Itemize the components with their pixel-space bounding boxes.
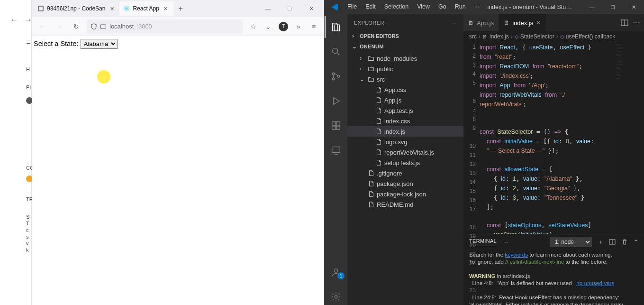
close-icon[interactable]: ✕ xyxy=(108,5,116,12)
file-item[interactable]: App.test.js xyxy=(347,105,463,116)
file-item[interactable]: logo.svg xyxy=(347,137,463,147)
svg-rect-11 xyxy=(332,126,336,129)
accounts-badge: 1 xyxy=(337,272,345,279)
terminal-link[interactable]: no-unused-vars xyxy=(576,280,614,286)
chevron-right-icon: › xyxy=(511,33,513,40)
run-debug-icon[interactable] xyxy=(325,93,347,109)
more-icon[interactable]: ··· xyxy=(503,239,508,245)
file-item[interactable]: setupTests.js xyxy=(347,157,463,168)
line-gutter: 12345 6789 1011121314151617 1819202122 2… xyxy=(463,42,480,234)
file-icon xyxy=(375,128,382,135)
file-item[interactable]: App.js xyxy=(347,95,463,105)
file-icon: 🗎 xyxy=(482,34,488,39)
browser-toolbar: ← → ↻ localhost:3000 ☆ ⌄ T » ≡ xyxy=(32,17,324,36)
folder-item[interactable]: ›public xyxy=(347,64,463,74)
editor-tab-indexjs[interactable]: 🗎 index.js ✕ xyxy=(499,14,546,31)
breadcrumb-item[interactable]: StateSelector xyxy=(520,33,554,40)
explorer-icon[interactable] xyxy=(325,19,347,35)
source-control-icon[interactable] xyxy=(325,68,347,84)
split-terminal-icon[interactable] xyxy=(609,239,616,245)
explorer-sidebar: EXPLORER ··· › OPEN EDITORS ⌄ ONENUM ›no… xyxy=(347,14,463,305)
breadcrumb-item[interactable]: index.js xyxy=(490,33,509,40)
minimap[interactable]: import Reactfrom reactimport ReactDOMimp… xyxy=(616,42,644,234)
file-item[interactable]: index.js xyxy=(347,126,463,137)
tree-item-label: App.test.js xyxy=(384,107,413,114)
close-icon[interactable]: ✕ xyxy=(536,19,541,26)
terminal-panel: TERMINAL ··· 1: node ＋ ⌃ Search for the … xyxy=(463,234,644,305)
nav-forward-button[interactable]: → xyxy=(53,20,66,33)
more-icon[interactable]: ··· xyxy=(633,18,639,27)
account-button[interactable]: T xyxy=(277,20,290,33)
settings-gear-icon[interactable] xyxy=(325,289,347,305)
accounts-icon[interactable]: 1 xyxy=(325,264,347,280)
split-editor-icon[interactable] xyxy=(621,19,628,27)
file-icon xyxy=(367,169,375,177)
breadcrumbs[interactable]: src › 🗎 index.js › ◇ StateSelector › ◇ u… xyxy=(463,31,644,42)
svg-rect-14 xyxy=(332,147,340,153)
menu-selection[interactable]: Selection xyxy=(381,1,412,13)
editor-tab-appjs[interactable]: 🗎 App.js xyxy=(463,14,499,31)
site-info-icon[interactable] xyxy=(100,23,107,30)
chevron-right-icon: › xyxy=(360,55,365,62)
search-icon[interactable] xyxy=(325,44,347,60)
tree-item-label: setupTests.js xyxy=(384,159,420,166)
terminal-link[interactable]: keywords xyxy=(505,252,528,258)
address-bar[interactable]: localhost:3000 xyxy=(87,19,243,34)
remote-icon[interactable] xyxy=(325,142,347,158)
close-icon[interactable]: ✕ xyxy=(162,5,170,12)
activity-bar: 1 xyxy=(325,14,347,305)
menu-button[interactable]: ≡ xyxy=(307,20,320,33)
file-item[interactable]: package-lock.json xyxy=(347,189,463,199)
minimize-button[interactable]: — xyxy=(257,0,279,17)
menu-go[interactable]: Go xyxy=(435,1,450,13)
pocket-button[interactable]: ⌄ xyxy=(262,20,275,33)
nav-back-button[interactable]: ← xyxy=(36,20,49,33)
new-tab-button[interactable]: ＋ xyxy=(173,1,188,16)
extensions-icon[interactable] xyxy=(325,118,347,134)
file-item[interactable]: App.css xyxy=(347,84,463,95)
menu-view[interactable]: View xyxy=(413,1,434,13)
state-select[interactable]: Alabama xyxy=(81,39,118,49)
file-icon xyxy=(375,117,382,125)
folder-item[interactable]: ›node_modules xyxy=(347,53,463,64)
tab-label: index.js xyxy=(512,19,533,27)
menu-edit[interactable]: Edit xyxy=(362,1,380,13)
chevron-down-icon: ⌄ xyxy=(352,43,358,50)
reload-button[interactable]: ↻ xyxy=(70,20,83,33)
terminal-output[interactable]: Search for the keywords to learn more ab… xyxy=(463,250,644,305)
avatar-icon: T xyxy=(279,22,288,31)
browser-tab-react-app[interactable]: React App ✕ xyxy=(119,1,173,16)
file-item[interactable]: README.md xyxy=(347,199,463,210)
menu-file[interactable]: File xyxy=(344,1,361,13)
file-item[interactable]: package.json xyxy=(347,178,463,189)
more-icon[interactable]: ··· xyxy=(452,20,457,26)
bookmark-star-button[interactable]: ☆ xyxy=(246,20,260,33)
folder-root[interactable]: ⌄ ONENUM xyxy=(347,41,463,52)
file-item[interactable]: index.css xyxy=(347,116,463,126)
menu-more[interactable]: ··· xyxy=(471,1,483,13)
maximize-button[interactable]: ☐ xyxy=(602,0,623,14)
close-window-button[interactable]: ✕ xyxy=(623,0,644,14)
maximize-button[interactable]: ☐ xyxy=(279,0,300,17)
new-terminal-icon[interactable]: ＋ xyxy=(598,238,603,246)
menu-run[interactable]: Run xyxy=(451,1,470,13)
svg-point-15 xyxy=(334,269,337,272)
code-editor[interactable]: 12345 6789 1011121314151617 1819202122 2… xyxy=(463,42,644,234)
terminal-select[interactable]: 1: node xyxy=(550,237,592,247)
breadcrumb-item[interactable]: useEffect() callback xyxy=(566,33,616,40)
folder-item[interactable]: ⌄src xyxy=(347,74,463,84)
file-icon xyxy=(367,190,375,198)
svg-point-8 xyxy=(332,78,335,80)
breadcrumb-item[interactable]: src xyxy=(469,33,477,40)
minimize-button[interactable]: — xyxy=(581,0,602,14)
file-item[interactable]: reportWebVitals.js xyxy=(347,147,463,157)
code-content[interactable]: import React, { useState, useEffect } fr… xyxy=(480,42,616,234)
overflow-button[interactable]: » xyxy=(292,20,305,33)
kill-terminal-icon[interactable] xyxy=(621,239,628,245)
file-item[interactable]: .gitignore xyxy=(347,168,463,178)
chevron-right-icon: › xyxy=(360,65,365,72)
maximize-panel-icon[interactable]: ⌃ xyxy=(634,239,638,245)
open-editors-section[interactable]: › OPEN EDITORS xyxy=(347,31,463,41)
close-window-button[interactable]: ✕ xyxy=(300,0,322,17)
browser-tab-codesandbox[interactable]: 93456l21np - CodeSan ✕ xyxy=(34,1,119,16)
